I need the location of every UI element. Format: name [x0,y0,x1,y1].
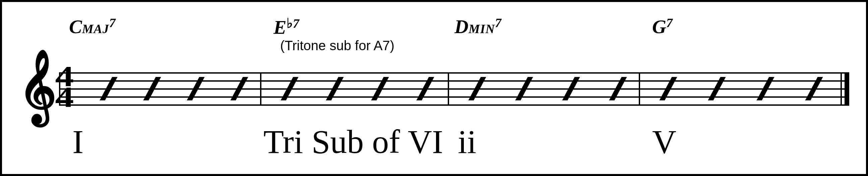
staff-line [59,88,849,90]
roman-numeral: I [72,122,84,161]
roman-numeral: V [652,122,676,161]
staff-wrap: 𝄞 4 4 [19,72,849,112]
staff: 𝄞 4 4 [19,72,849,112]
staff-line [59,104,849,106]
chord-alteration: 7 [109,16,116,30]
roman-numeral: ii [458,122,476,161]
chord-symbol: CMAJ7 [69,15,116,38]
timesig-bottom: 4 [55,87,74,108]
chord-quality: MIN [468,22,495,36]
chord-symbol: E♭7 [274,15,299,38]
chord-symbol: G7 [652,15,673,38]
chord-root: E [274,16,286,38]
flat-icon: ♭ [286,16,293,31]
score-frame: CMAJ7 E♭7 (Tritone sub for A7) DMIN7 G7 [0,0,868,176]
chord-root: D [455,16,468,37]
roman-numeral: Tri Sub of VI [264,122,443,161]
chord-alteration: 7 [495,16,501,30]
barline [59,72,60,104]
final-barline-thick [844,72,849,104]
staff-line [59,80,849,82]
treble-clef-icon: 𝄞 [19,55,56,118]
staff-line [59,72,849,74]
score-content: CMAJ7 E♭7 (Tritone sub for A7) DMIN7 G7 [16,9,852,171]
staff-line [59,96,849,98]
time-signature: 4 4 [55,66,74,108]
chord-root: C [69,16,82,37]
barline [448,72,449,104]
chord-alteration: 7 [293,16,299,30]
chord-symbol: DMIN7 [455,15,501,38]
barline [260,72,261,104]
chord-alteration: 7 [666,16,673,30]
chord-subnote: (Tritone sub for A7) [280,38,395,53]
chord-row: CMAJ7 E♭7 (Tritone sub for A7) DMIN7 G7 [16,15,852,39]
chord-quality: MAJ [82,22,109,36]
chord-root: G [652,16,666,37]
final-barline-thin [840,72,842,104]
barline [639,72,640,104]
